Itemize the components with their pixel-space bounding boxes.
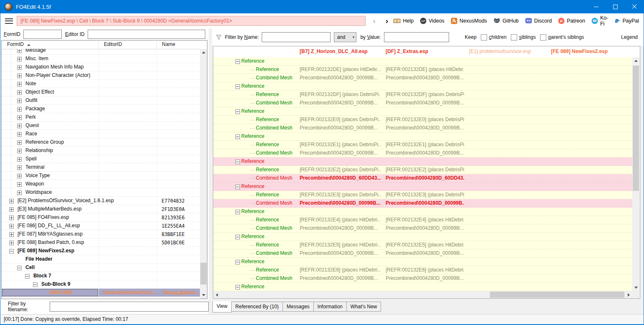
formid-input[interactable] bbox=[23, 30, 62, 39]
cell-value-b7[interactable]: [REFR:002132E2] (places DebrisPi... bbox=[300, 167, 381, 173]
tree-row[interactable]: Terminal bbox=[2, 163, 200, 172]
grid-column-header[interactable]: [FE 089] NewFixes2.esp bbox=[547, 46, 632, 57]
tree-row[interactable]: Reference Group bbox=[2, 138, 200, 147]
tree-row[interactable]: Block 7 bbox=[2, 272, 200, 280]
keep-siblings-checkbox[interactable]: siblings bbox=[511, 34, 536, 41]
grid-row[interactable]: Reference[REFR:002132E5] (places HitDebr… bbox=[213, 241, 632, 249]
cell-value-b7[interactable]: Precombined\0004280D_00099B... bbox=[300, 125, 381, 131]
column-header-name[interactable]: Name bbox=[157, 41, 205, 48]
column-header-editorid[interactable]: EditorID bbox=[98, 41, 162, 48]
keep-children-checkbox[interactable]: children bbox=[481, 34, 507, 41]
tab-what-s-new[interactable]: What's New bbox=[347, 302, 381, 312]
cell-value-b7[interactable]: [REFR:002132E3] (places DebrisPi... bbox=[300, 192, 381, 198]
tree-row[interactable]: Message bbox=[2, 49, 200, 55]
grid-row-reference-group[interactable]: Reference bbox=[213, 82, 632, 91]
expand-icon[interactable] bbox=[9, 207, 14, 212]
tree-row[interactable]: Quest bbox=[2, 122, 200, 130]
link-patreon[interactable]: PPatreon bbox=[558, 18, 585, 24]
breadcrumb[interactable]: [FE 089] NewFixes2.esp \ Cell \ Block 7 … bbox=[17, 16, 365, 26]
cell-value-df[interactable]: [REFR:002132E2] (places DebrisPi... bbox=[386, 167, 464, 173]
tree-row[interactable]: Weapon bbox=[2, 180, 200, 188]
tree-row[interactable]: File Header bbox=[2, 255, 200, 264]
cell-value-b7[interactable]: [REFR:002132DF] (places DebrisPi... bbox=[300, 91, 381, 97]
column-header-formid[interactable]: FormID bbox=[2, 41, 104, 48]
grid-vertical-scrollbar[interactable] bbox=[632, 57, 639, 291]
tree-vertical-scrollbar[interactable] bbox=[200, 49, 207, 299]
grid-row[interactable]: Combined MeshPrecombined\0004280D_00099B… bbox=[213, 124, 632, 132]
tree-row[interactable]: [FE 088] Bashed Patch, 0.esp5D01BC0E bbox=[2, 239, 200, 247]
collapse-icon[interactable] bbox=[9, 249, 14, 254]
expand-icon[interactable] bbox=[17, 132, 22, 137]
tree-row[interactable]: Outfit bbox=[2, 96, 200, 105]
grid-row-reference-group[interactable]: Reference bbox=[213, 183, 632, 191]
grid-row[interactable]: Combined MeshPrecombined\0004280D_00099B… bbox=[213, 99, 632, 107]
cell-value-df[interactable]: Precombined\0004280D_00099B... bbox=[386, 100, 464, 106]
checkbox-icon[interactable] bbox=[540, 34, 546, 41]
cell-value-df[interactable]: [REFR:002132E5] (places HitDebri... bbox=[386, 242, 464, 248]
tree-row[interactable]: Package bbox=[2, 105, 200, 113]
expand-icon[interactable] bbox=[9, 224, 14, 229]
filter-value-input[interactable] bbox=[384, 32, 449, 42]
grid-row[interactable]: Combined MeshPrecombined\0004280D_00099B… bbox=[213, 199, 632, 208]
grid-row[interactable]: Reference[REFR:002132DF] (places DebrisP… bbox=[213, 91, 632, 99]
cell-value-b7[interactable]: [REFR:002132E1] (places DebrisPi... bbox=[300, 142, 381, 147]
filter-operator-select[interactable]: and ▾ bbox=[334, 32, 356, 42]
tab-view[interactable]: View bbox=[212, 301, 232, 312]
tree-row[interactable]: Spell bbox=[2, 155, 200, 163]
grid-row-reference-group[interactable]: Reference bbox=[213, 258, 632, 266]
tree-row[interactable]: Voice Type bbox=[2, 172, 200, 180]
link-discord[interactable]: Discord bbox=[525, 18, 552, 24]
cell-value-df[interactable]: Precombined\0004280D_00099B... bbox=[386, 275, 464, 281]
tree-row[interactable]: Sub-Block 9 bbox=[2, 280, 200, 289]
cell-value-df[interactable]: [REFR:002132E3] (places DebrisPi... bbox=[386, 192, 464, 198]
selected-formid-cell[interactable]: 0004280D bbox=[2, 289, 98, 297]
tree-row[interactable]: Object Effect bbox=[2, 88, 200, 96]
tree-row[interactable]: Cell bbox=[2, 264, 200, 272]
expand-icon[interactable] bbox=[9, 241, 14, 245]
expand-icon[interactable] bbox=[17, 149, 22, 153]
collapse-icon[interactable] bbox=[235, 59, 240, 64]
collapse-icon[interactable] bbox=[235, 135, 240, 139]
expand-icon[interactable] bbox=[17, 99, 22, 103]
scrollbar-thumb[interactable] bbox=[633, 66, 639, 191]
grid-horizontal-scrollbar[interactable] bbox=[213, 291, 632, 298]
tree-row[interactable]: Non-Player Character (Actor) bbox=[2, 71, 200, 80]
tree-row[interactable]: Perk bbox=[2, 113, 200, 122]
grid-row-reference-group[interactable]: Reference bbox=[213, 233, 632, 241]
tree-row[interactable]: Misc. Item bbox=[2, 55, 200, 63]
grid-row[interactable]: Combined MeshPrecombined\0004280D_00099B… bbox=[213, 74, 632, 82]
expand-icon[interactable] bbox=[17, 49, 22, 53]
cell-value-b7[interactable]: Precombined\0004280D_00099B... bbox=[300, 75, 381, 81]
expand-icon[interactable] bbox=[17, 90, 22, 95]
grid-row-reference-group[interactable]: Reference bbox=[213, 283, 632, 291]
cell-value-df[interactable]: Precombined\0004280D_00099B... bbox=[386, 200, 464, 206]
tree-row[interactable]: [FE 086] DD_FL_LL_All.esp1E255EA4 bbox=[2, 222, 200, 230]
tree-row[interactable]: Race bbox=[2, 130, 200, 138]
tree-row[interactable]: Relationship bbox=[2, 147, 200, 155]
grid-row[interactable]: Reference[REFR:002132E2] (places DebrisP… bbox=[213, 166, 632, 174]
expand-icon[interactable] bbox=[9, 232, 14, 237]
cell-value-b7[interactable]: Precombined\0004280D_00099B... bbox=[300, 150, 381, 156]
scroll-up-icon[interactable] bbox=[200, 49, 207, 56]
tree-row[interactable]: [FE 085] FO4Fixes.esp821393E6 bbox=[2, 213, 200, 222]
tree-row[interactable]: Navigation Mesh Info Map bbox=[2, 63, 200, 71]
tree-row-selected[interactable]: 0004280DGeneralAtomicsFact...Завод Джене… bbox=[2, 289, 200, 297]
collapse-icon[interactable] bbox=[235, 109, 240, 114]
checkbox-icon[interactable] bbox=[481, 34, 487, 41]
keep-parent-s-siblings-checkbox[interactable]: parent's siblings bbox=[540, 34, 584, 41]
cell-value-b7[interactable]: Precombined\0004280D_00099B... bbox=[300, 275, 381, 281]
expand-icon[interactable] bbox=[17, 74, 22, 78]
grid-row-reference-group[interactable]: Reference bbox=[213, 57, 632, 66]
tree-row[interactable]: [FE 089] NewFixes2.esp bbox=[2, 247, 200, 255]
cell-value-df[interactable]: Precombined\0004280D_60DD43... bbox=[386, 175, 464, 181]
cell-value-b7[interactable]: [REFR:002132E4] (places HitDebri... bbox=[300, 217, 381, 223]
cell-value-df[interactable]: Precombined\0004280D_00099B... bbox=[386, 125, 464, 131]
expand-icon[interactable] bbox=[17, 140, 22, 145]
grid-column-header[interactable]: [DF] Z_Extras.esp bbox=[382, 46, 465, 57]
collapse-icon[interactable] bbox=[33, 282, 38, 287]
expand-icon[interactable] bbox=[17, 190, 22, 195]
collapse-icon[interactable] bbox=[235, 210, 240, 214]
tree-row[interactable]: Worldspace bbox=[2, 188, 200, 197]
scroll-down-icon[interactable] bbox=[632, 284, 639, 291]
grid-row-reference-group[interactable]: Reference bbox=[213, 208, 632, 216]
